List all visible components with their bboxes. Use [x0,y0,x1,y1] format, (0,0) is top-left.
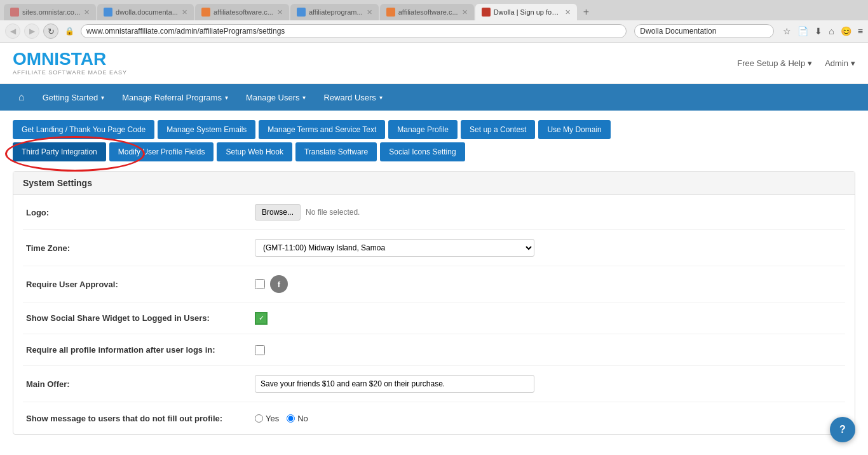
timezone-label: Time Zone: [26,243,255,253]
social-widget-row: Show Social Share Widget to Logged in Us… [23,302,845,334]
download-icon[interactable]: ⬇ [815,26,822,36]
help-button[interactable]: ? [830,417,855,442]
tab-favicon-2 [104,8,112,17]
logo-text: OMNISTAR [13,50,127,68]
tab-close-5[interactable]: ✕ [462,8,468,17]
manage-referral-label: Manage Referral Programs [122,93,222,102]
free-setup-help-menu[interactable]: Free Setup & Help ▾ [737,58,812,68]
nav-icons: ☆ 📄 ⬇ ⌂ 😊 ≡ [783,26,863,36]
show-message-radio-group: Yes No [255,414,308,423]
tab-5[interactable]: affiliatesoftware.c... ✕ [380,4,474,20]
nav-reward-users[interactable]: Reward Users ▾ [315,85,391,110]
logo: OMNISTAR AFFILIATE SOFTWARE MADE EASY [13,50,127,76]
profile-info-row: Require all profile information after us… [23,334,845,366]
social-widget-checkbox[interactable]: ✓ [255,312,268,325]
free-setup-help-label: Free Setup & Help [737,58,805,68]
settings-panel: System Settings Logo: Browse... No file … [13,171,855,435]
btn-user-profile[interactable]: Modify User Profile Fields [109,142,214,161]
home-nav-icon[interactable]: ⌂ [829,26,834,36]
tab-bar: sites.omnistar.co... ✕ dwolla.documenta.… [0,0,868,20]
manage-users-label: Manage Users [246,93,300,102]
browse-button[interactable]: Browse... [255,204,301,221]
tab-2[interactable]: dwolla.documenta... ✕ [97,4,194,20]
header-nav: Free Setup & Help ▾ Admin ▾ [737,58,855,68]
user-approval-row: Require User Approval: f [23,266,845,302]
tab-3[interactable]: affiliatesoftware.c... ✕ [195,4,289,20]
lock-icon: 🔒 [65,27,74,36]
tab-label-5: affiliatesoftware.c... [398,8,458,16]
radio-yes-item[interactable]: Yes [255,414,279,423]
nav-getting-started[interactable]: Getting Started ▾ [34,85,113,110]
user-approval-checkbox[interactable] [255,279,265,289]
main-offer-label: Main Offer: [26,379,255,389]
radio-yes[interactable] [255,414,263,423]
manage-referral-arrow: ▾ [225,94,228,101]
tab-6[interactable]: Dwolla | Sign up for a fre... ✕ [475,4,577,20]
timezone-control: (GMT-11:00) Midway Island, Samoa [255,239,534,257]
admin-label: Admin [825,58,848,68]
free-setup-help-arrow: ▾ [808,58,812,68]
tab-close-4[interactable]: ✕ [367,8,372,17]
settings-title: System Settings [13,172,855,195]
radio-no[interactable] [287,414,295,423]
btn-terms[interactable]: Manage Terms and Service Text [259,120,385,139]
nav-manage-users[interactable]: Manage Users ▾ [237,85,315,110]
radio-no-item[interactable]: No [287,414,308,423]
tab-close-2[interactable]: ✕ [182,8,187,17]
tab-4[interactable]: affiliateprogram... ✕ [290,4,379,20]
btn-translate[interactable]: Translate Software [295,142,377,161]
third-party-wrapper: Third Party Integration [13,142,106,161]
main-offer-row: Main Offer: [23,366,845,402]
tab-1[interactable]: sites.omnistar.co... ✕ [4,4,96,20]
timezone-select[interactable]: (GMT-11:00) Midway Island, Samoa [255,239,534,257]
no-file-text: No file selected. [306,208,360,217]
settings-body: Logo: Browse... No file selected. Time Z… [13,195,855,434]
reader-icon[interactable]: 📄 [797,26,808,36]
user-approval-label: Require User Approval: [26,280,255,289]
tab-close-6[interactable]: ✕ [565,8,571,17]
btn-contest[interactable]: Set up a Contest [461,120,535,139]
radio-no-label: No [297,414,308,423]
btn-landing[interactable]: Get Landing / Thank You Page Code [13,120,154,139]
getting-started-arrow: ▾ [101,94,104,101]
home-icon: ⌂ [18,92,25,103]
search-bar[interactable]: Dwolla Documentation [634,24,774,38]
app-header: OMNISTAR AFFILIATE SOFTWARE MADE EASY Fr… [0,43,868,84]
radio-yes-label: Yes [266,414,279,423]
emoji-icon[interactable]: 😊 [841,26,851,36]
nav-bar: ◀ ▶ ↻ 🔒 www.omnistaraffiliate.com/admin/… [0,20,868,42]
forward-button[interactable]: ▶ [24,24,39,39]
user-approval-control: f [255,275,288,293]
tab-label-1: sites.omnistar.co... [22,8,80,16]
tab-favicon-1 [10,8,19,17]
show-message-label: Show message to users that do not fill o… [26,414,255,423]
btn-third-party[interactable]: Third Party Integration [13,142,106,161]
show-message-control: Yes No [255,414,308,423]
new-tab-button[interactable]: + [578,4,594,20]
extensions-icon[interactable]: ≡ [858,26,863,36]
tab-favicon-3 [201,8,210,17]
refresh-button[interactable]: ↻ [43,24,58,39]
tab-close-3[interactable]: ✕ [277,8,283,17]
manage-users-arrow: ▾ [302,94,306,101]
address-bar[interactable]: www.omnistaraffiliate.com/admin/affiliat… [81,24,627,38]
tab-label-4: affiliateprogram... [309,8,363,16]
btn-social[interactable]: Social Icons Setting [380,142,465,161]
admin-menu[interactable]: Admin ▾ [825,58,855,68]
tab-label-2: dwolla.documenta... [116,8,178,16]
profile-info-checkbox[interactable] [255,345,265,355]
tab-favicon-6 [482,8,491,17]
logo-control: Browse... No file selected. [255,204,360,221]
bookmark-icon[interactable]: ☆ [783,26,791,36]
nav-manage-referral[interactable]: Manage Referral Programs ▾ [113,85,237,110]
btn-domain[interactable]: Use My Domain [538,120,610,139]
tab-favicon-5 [386,8,395,17]
nav-home[interactable]: ⌂ [10,84,34,111]
back-button[interactable]: ◀ [5,24,20,39]
btn-emails[interactable]: Manage System Emails [158,120,255,139]
main-offer-input[interactable] [255,375,534,393]
btn-profile[interactable]: Manage Profile [388,120,458,139]
btn-webhook[interactable]: Setup Web Hook [217,142,292,161]
tab-close-1[interactable]: ✕ [84,8,90,17]
button-toolbar: Get Landing / Thank You Page Code Manage… [13,120,855,161]
